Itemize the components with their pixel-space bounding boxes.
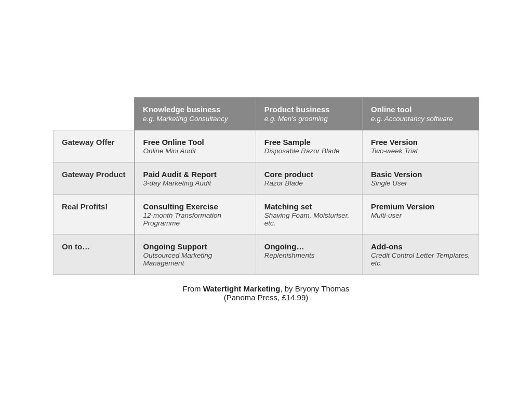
header-product-main: Product business xyxy=(264,105,330,114)
table-wrapper: Knowledge business e.g. Marketing Consul… xyxy=(53,97,479,302)
header-product: Product business e.g. Men's grooming xyxy=(256,98,362,130)
row-label: Real Profits! xyxy=(54,195,135,235)
row-label: Gateway Product xyxy=(54,163,135,195)
main-table: Knowledge business e.g. Marketing Consul… xyxy=(53,97,479,275)
footer-bold: Watertight Marketing xyxy=(203,284,281,293)
header-online-main: Online tool xyxy=(371,105,411,114)
table-row: On to…Ongoing SupportOutsourced Marketin… xyxy=(54,235,479,275)
table-row: Real Profits!Consulting Exercise12-month… xyxy=(54,195,479,235)
cell-online: Premium VersionMulti-user xyxy=(362,195,478,235)
cell-product: Core productRazor Blade xyxy=(256,163,362,195)
cell-knowledge: Ongoing SupportOutsourced Marketing Mana… xyxy=(135,235,256,275)
empty-header xyxy=(54,98,135,130)
cell-online: Add-onsCredit Control Letter Templates, … xyxy=(362,235,478,275)
header-knowledge: Knowledge business e.g. Marketing Consul… xyxy=(135,98,256,130)
footer-suffix: , by Bryony Thomas xyxy=(280,284,349,293)
header-knowledge-sub: e.g. Marketing Consultancy xyxy=(143,115,247,123)
cell-online: Basic VersionSingle User xyxy=(362,163,478,195)
row-label: On to… xyxy=(54,235,135,275)
table-row: Gateway ProductPaid Audit & Report3-day … xyxy=(54,163,479,195)
footer-line2: (Panoma Press, £14.99) xyxy=(224,293,309,302)
cell-product: Matching setShaving Foam, Moisturiser, e… xyxy=(256,195,362,235)
cell-product: Free SampleDisposable Razor Blade xyxy=(256,130,362,163)
header-online-sub: e.g. Accountancy software xyxy=(371,115,470,123)
footer-text: From Watertight Marketing, by Bryony Tho… xyxy=(53,284,479,302)
cell-product: Ongoing…Replenishments xyxy=(256,235,362,275)
cell-knowledge: Paid Audit & Report3-day Marketing Audit xyxy=(135,163,256,195)
row-label: Gateway Offer xyxy=(54,130,135,163)
table-row: Gateway OfferFree Online ToolOnline Mini… xyxy=(54,130,479,163)
footer-prefix: From xyxy=(183,284,203,293)
cell-knowledge: Consulting Exercise12-month Transformati… xyxy=(135,195,256,235)
header-knowledge-main: Knowledge business xyxy=(143,105,220,114)
cell-knowledge: Free Online ToolOnline Mini Audit xyxy=(135,130,256,163)
header-product-sub: e.g. Men's grooming xyxy=(264,115,354,123)
cell-online: Free VersionTwo-week Trial xyxy=(362,130,478,163)
header-online: Online tool e.g. Accountancy software xyxy=(362,98,478,130)
